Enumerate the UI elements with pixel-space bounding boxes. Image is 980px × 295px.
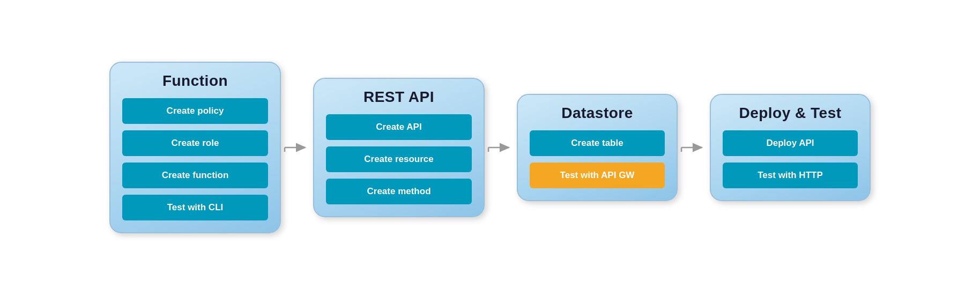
arrow-3 <box>678 137 710 158</box>
create-api-button[interactable]: Create API <box>326 114 472 140</box>
panel-datastore-title: Datastore <box>530 105 665 122</box>
panel-datastore: Datastore Create table Test with API GW <box>517 94 678 201</box>
create-policy-button[interactable]: Create policy <box>122 98 268 124</box>
create-table-button[interactable]: Create table <box>530 130 665 156</box>
arrow-2 <box>485 137 517 158</box>
test-with-cli-button[interactable]: Test with CLI <box>122 195 268 220</box>
panel-rest-api-title: REST API <box>326 88 472 106</box>
panel-function-title: Function <box>122 72 268 90</box>
panel-deploy-test-title: Deploy & Test <box>723 105 858 122</box>
create-method-button[interactable]: Create method <box>326 179 472 204</box>
arrow-icon-3 <box>680 137 707 158</box>
arrow-icon-1 <box>284 137 310 158</box>
deploy-api-button[interactable]: Deploy API <box>723 130 858 156</box>
panel-deploy-test: Deploy & Test Deploy API Test with HTTP <box>710 94 871 201</box>
panel-rest-api: REST API Create API Create resource Crea… <box>313 78 485 217</box>
test-with-http-button[interactable]: Test with HTTP <box>723 163 858 188</box>
arrow-1 <box>281 137 313 158</box>
panel-datastore-items: Create table Test with API GW <box>530 130 665 188</box>
panel-deploy-test-items: Deploy API Test with HTTP <box>723 130 858 188</box>
panel-rest-api-items: Create API Create resource Create method <box>326 114 472 204</box>
panel-function-items: Create policy Create role Create functio… <box>122 98 268 220</box>
test-with-api-gw-button[interactable]: Test with API GW <box>530 163 665 188</box>
panel-function: Function Create policy Create role Creat… <box>109 62 281 233</box>
create-resource-button[interactable]: Create resource <box>326 146 472 172</box>
diagram: Function Create policy Create role Creat… <box>109 62 871 233</box>
create-function-button[interactable]: Create function <box>122 163 268 188</box>
create-role-button[interactable]: Create role <box>122 130 268 156</box>
arrow-icon-2 <box>487 137 514 158</box>
